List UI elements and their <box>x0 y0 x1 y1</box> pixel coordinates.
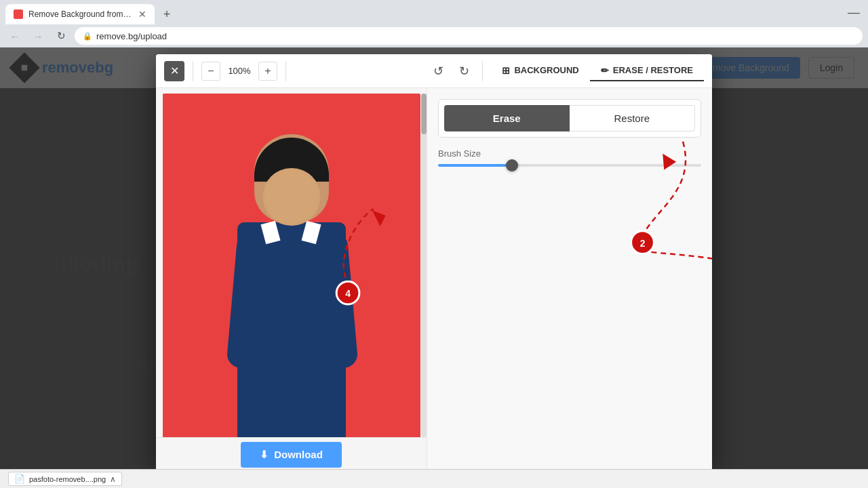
redo-button[interactable]: ↻ <box>454 61 474 81</box>
undo-button[interactable]: ↺ <box>428 61 448 81</box>
brush-size-label: Brush Size <box>438 148 701 159</box>
browser-tab[interactable]: Remove Background from Imag... ✕ <box>5 4 155 24</box>
modal-body: ⬇ Download Erase Restore Brush Size <box>156 88 712 471</box>
reload-button[interactable]: ↻ <box>52 26 71 45</box>
tab-close-button[interactable]: ✕ <box>138 9 146 19</box>
toolbar-divider-2 <box>285 61 286 81</box>
download-bar: ⬇ Download <box>156 437 427 471</box>
browser-chrome: Remove Background from Imag... ✕ + — ← →… <box>0 0 868 47</box>
tab-title: Remove Background from Imag... <box>28 9 133 19</box>
lock-icon: 🔒 <box>83 32 92 41</box>
restore-button[interactable]: Restore <box>570 105 696 131</box>
download-button[interactable]: ⬇ Download <box>241 442 342 468</box>
image-scroll-area[interactable] <box>156 88 427 437</box>
zoom-out-button[interactable]: − <box>201 62 220 81</box>
minimize-button[interactable]: — <box>848 5 860 20</box>
tab-background[interactable]: ⊞ BACKGROUND <box>491 61 589 81</box>
modal-close-button[interactable]: ✕ <box>164 61 184 81</box>
head <box>254 134 329 222</box>
page-background: removebg Remove Background Login itkodin… <box>0 47 868 488</box>
chip-arrow-icon[interactable]: ∧ <box>110 474 116 484</box>
tool-panel: Erase Restore Brush Size <box>427 88 712 471</box>
image-area: ⬇ Download <box>156 88 427 471</box>
address-text: remove.bg/upload <box>96 31 167 41</box>
tab-favicon <box>14 9 23 19</box>
toolbar-tab-group: ⊞ BACKGROUND ✏ ERASE / RESTORE <box>491 61 704 81</box>
scroll-thumb[interactable] <box>421 94 427 134</box>
file-icon: 📄 <box>14 474 25 484</box>
zoom-value: 100% <box>226 66 253 76</box>
forward-button[interactable]: → <box>28 26 47 45</box>
back-button[interactable]: ← <box>5 26 24 45</box>
face-blur <box>262 168 320 226</box>
erase-tab-icon: ✏ <box>601 65 609 76</box>
address-input[interactable]: 🔒 remove.bg/upload <box>75 27 863 45</box>
modal-toolbar: ✕ − 100% + ↺ ↻ ⊞ BACKGROUND ✏ ERAS <box>156 54 712 88</box>
modal-overlay: ✕ − 100% + ↺ ↻ ⊞ BACKGROUND ✏ ERAS <box>0 47 868 488</box>
body-shirt <box>237 222 346 437</box>
erase-button[interactable]: Erase <box>444 105 570 131</box>
download-label: Download <box>274 449 323 460</box>
person-figure <box>224 127 359 437</box>
download-icon: ⬇ <box>260 449 269 461</box>
tab-erase-restore[interactable]: ✏ ERASE / RESTORE <box>590 61 704 81</box>
brush-slider-container <box>438 164 701 167</box>
photo-container <box>163 94 420 437</box>
zoom-in-button[interactable]: + <box>258 62 277 81</box>
background-tab-icon: ⊞ <box>502 65 510 76</box>
toolbar-divider-3 <box>482 61 483 81</box>
brush-slider[interactable] <box>438 164 701 167</box>
erase-restore-group: Erase Restore <box>438 99 701 138</box>
tab-bar: Remove Background from Imag... ✕ + — <box>0 0 868 24</box>
address-bar-row: ← → ↻ 🔒 remove.bg/upload <box>0 24 868 47</box>
vertical-scrollbar[interactable] <box>421 94 427 437</box>
bottom-bar: 📄 pasfoto-removeb....png ∧ <box>0 469 868 488</box>
downloaded-file-name: pasfoto-removeb....png <box>29 475 106 483</box>
new-tab-button[interactable]: + <box>157 5 176 24</box>
modal: ✕ − 100% + ↺ ↻ ⊞ BACKGROUND ✏ ERAS <box>156 54 712 471</box>
brush-slider-thumb[interactable] <box>506 159 518 171</box>
toolbar-divider-1 <box>193 61 193 81</box>
download-chip[interactable]: 📄 pasfoto-removeb....png ∧ <box>8 472 122 486</box>
